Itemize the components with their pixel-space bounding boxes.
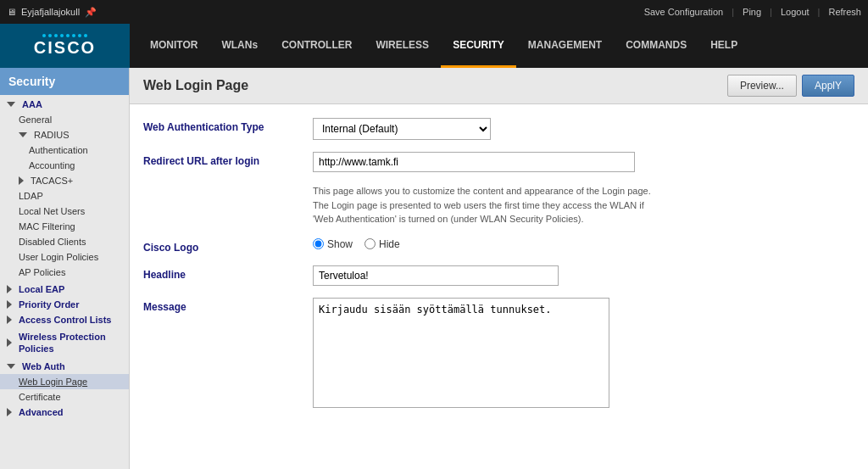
window-pin-icon[interactable]: 📌: [85, 7, 97, 18]
web-auth-type-control: Internal (Default) Customized External: [313, 118, 854, 140]
sidebar-item-web-login-page[interactable]: Web Login Page: [0, 374, 129, 389]
triangle-right-icon: [7, 315, 12, 324]
message-control: Kirjaudu sisään syöttämällä tunnukset.: [313, 298, 854, 410]
nav-wlans[interactable]: WLANs: [209, 24, 270, 68]
cisco-logo-show-text: Show: [327, 238, 353, 250]
nav-security[interactable]: SECURITY: [441, 24, 516, 68]
preview-button[interactable]: Preview...: [727, 75, 797, 97]
sidebar-item-local-eap[interactable]: Local EAP: [0, 282, 129, 297]
cisco-logo-label: Cisco Logo: [143, 238, 313, 254]
nav-management[interactable]: MANAGEMENT: [516, 24, 614, 68]
cisco-logo-hide-label[interactable]: Hide: [364, 238, 400, 250]
sidebar-item-acl[interactable]: Access Control Lists: [0, 312, 129, 327]
refresh-link[interactable]: Refresh: [828, 7, 861, 17]
message-label: Message: [143, 298, 313, 313]
nav-commands[interactable]: COMMANDS: [614, 24, 698, 68]
headline-input[interactable]: [313, 265, 559, 286]
sidebar-item-general[interactable]: General: [0, 112, 129, 127]
nav-wireless[interactable]: WIRELESS: [364, 24, 441, 68]
sidebar-group-aaa: AAA General RADIUS Authentication Accoun…: [0, 95, 129, 282]
sidebar-item-advanced[interactable]: Advanced: [0, 405, 129, 420]
triangle-right-icon: [7, 300, 12, 309]
triangle-right-icon: [19, 176, 24, 185]
top-bar-right: Save Configuration | Ping | Logout | Ref…: [644, 7, 861, 17]
headline-label: Headline: [143, 265, 313, 281]
sidebar-item-aaa[interactable]: AAA: [0, 97, 129, 112]
cisco-logo-hide-radio[interactable]: [364, 238, 376, 249]
sidebar-item-radius[interactable]: RADIUS: [0, 127, 129, 142]
headline-row: Headline: [143, 265, 854, 286]
cisco-brand-text: CISCO: [34, 38, 96, 58]
triangle-right-icon: [7, 408, 12, 416]
triangle-right-icon: [7, 285, 12, 293]
form-area: Web Authentication Type Internal (Defaul…: [130, 104, 868, 436]
content: Web Login Page Preview... ApplY Web Auth…: [130, 68, 868, 469]
main: Security AAA General RADIUS Authenticati…: [0, 68, 868, 469]
apply-button[interactable]: ApplY: [802, 75, 854, 97]
sidebar-item-certificate[interactable]: Certificate: [0, 389, 129, 405]
window-icon: 🖥: [7, 7, 16, 17]
cisco-logo-row: Cisco Logo Show Hide: [143, 238, 854, 254]
redirect-url-control: [313, 152, 854, 172]
redirect-url-row: Redirect URL after login: [143, 152, 854, 172]
web-auth-type-row: Web Authentication Type Internal (Defaul…: [143, 118, 854, 140]
cisco-logo-control: Show Hide: [313, 238, 854, 250]
top-bar: 🖥 Eyjafjallajokull 📌 Save Configuration …: [0, 0, 868, 24]
sidebar-item-tacacs[interactable]: TACACS+: [0, 173, 129, 188]
sidebar-item-disabled-clients[interactable]: Disabled Clients: [0, 234, 129, 249]
cisco-logo-show-label[interactable]: Show: [313, 238, 353, 250]
triangle-down-icon: [7, 102, 15, 107]
web-auth-type-select[interactable]: Internal (Default) Customized External: [313, 118, 491, 140]
cisco-logo-show-radio[interactable]: [313, 238, 324, 249]
top-bar-left: 🖥 Eyjafjallajokull 📌: [7, 7, 97, 18]
nav-controller[interactable]: CONTROLLER: [270, 24, 364, 68]
nav-bar: MONITOR WLANs CONTROLLER WIRELESS SECURI…: [130, 24, 868, 68]
sidebar-item-authentication[interactable]: Authentication: [0, 142, 129, 158]
sidebar-item-ldap[interactable]: LDAP: [0, 188, 129, 204]
header: CISCO MONITOR WLANs CONTROLLER WIRELESS …: [0, 24, 868, 68]
sidebar-item-priority-order[interactable]: Priority Order: [0, 297, 129, 312]
sidebar-item-web-auth[interactable]: Web Auth: [0, 359, 129, 374]
content-header: Web Login Page Preview... ApplY: [130, 68, 868, 104]
logo-area: CISCO: [0, 24, 130, 68]
nav-monitor[interactable]: MONITOR: [138, 24, 209, 68]
cisco-logo: CISCO: [34, 34, 96, 58]
web-auth-type-label: Web Authentication Type: [143, 118, 313, 133]
sidebar-item-ap-policies[interactable]: AP Policies: [0, 265, 129, 280]
message-row: Message Kirjaudu sisään syöttämällä tunn…: [143, 298, 854, 410]
sidebar-item-user-login-policies[interactable]: User Login Policies: [0, 249, 129, 265]
sidebar: Security AAA General RADIUS Authenticati…: [0, 68, 130, 469]
triangle-down-icon: [7, 364, 15, 369]
ping-link[interactable]: Ping: [743, 7, 761, 17]
message-textarea[interactable]: Kirjaudu sisään syöttämällä tunnukset.: [313, 298, 609, 408]
redirect-url-input[interactable]: [313, 152, 635, 172]
content-actions: Preview... ApplY: [727, 75, 854, 97]
logout-link[interactable]: Logout: [781, 7, 810, 17]
triangle-right-icon: [7, 338, 12, 347]
triangle-down-icon: [19, 132, 27, 137]
sidebar-item-mac-filtering[interactable]: MAC Filtering: [0, 219, 129, 234]
sidebar-section-title: Security: [0, 68, 129, 95]
nav-help[interactable]: HELP: [698, 24, 749, 68]
sidebar-item-wpp[interactable]: Wireless Protection Policies: [0, 327, 129, 359]
headline-control: [313, 265, 854, 286]
info-text: This page allows you to customize the co…: [313, 184, 652, 226]
window-title: Eyjafjallajokull: [21, 7, 80, 17]
sidebar-item-accounting[interactable]: Accounting: [0, 158, 129, 173]
cisco-logo-hide-text: Hide: [379, 238, 400, 250]
redirect-url-label: Redirect URL after login: [143, 152, 313, 167]
save-config-link[interactable]: Save Configuration: [644, 7, 724, 17]
sidebar-item-local-net-users[interactable]: Local Net Users: [0, 204, 129, 219]
page-title: Web Login Page: [143, 78, 248, 93]
